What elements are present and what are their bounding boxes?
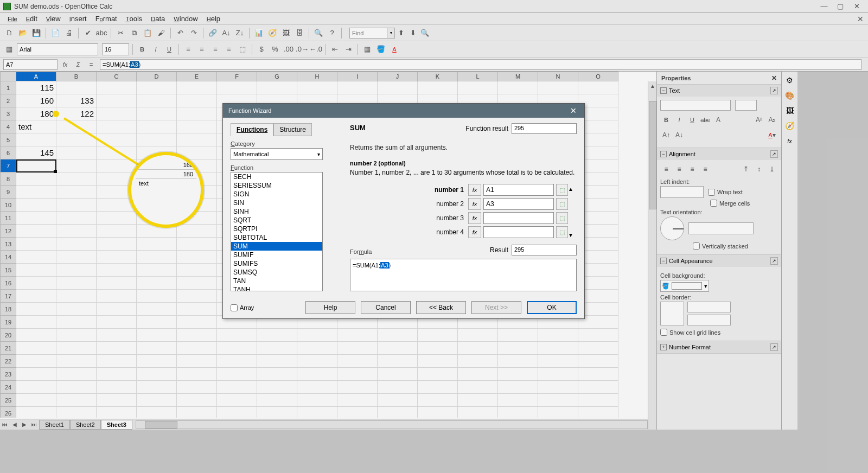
- cell-I20[interactable]: [337, 329, 378, 342]
- wrap-text-checkbox[interactable]: Wrap text: [708, 189, 743, 196]
- cell-N24[interactable]: [538, 381, 578, 394]
- left-indent-input[interactable]: [660, 186, 704, 198]
- cell-B16[interactable]: [56, 277, 97, 290]
- borders-icon[interactable]: ▦: [361, 43, 373, 55]
- cell-H25[interactable]: [297, 394, 337, 407]
- sidebar-bold-icon[interactable]: B: [660, 114, 672, 126]
- cell-O20[interactable]: [578, 329, 618, 342]
- cell-C16[interactable]: [97, 277, 137, 290]
- cell-D16[interactable]: [137, 277, 177, 290]
- close-icon[interactable]: ✕: [848, 1, 865, 12]
- section-number-format-header[interactable]: +Number Format↗: [657, 341, 781, 353]
- cell-D13[interactable]: [137, 238, 177, 251]
- datasources-icon[interactable]: 🗄: [293, 27, 305, 39]
- scroll-up-icon[interactable]: ▲: [648, 81, 657, 90]
- cell-L1[interactable]: [458, 81, 498, 94]
- arg-input-1[interactable]: [483, 184, 554, 196]
- minimize-icon[interactable]: —: [816, 1, 832, 12]
- sidebar-vcenter-icon[interactable]: ↕: [753, 163, 765, 175]
- border-style-dropdown[interactable]: [687, 302, 731, 312]
- cell-C2[interactable]: [97, 94, 137, 107]
- cell-C19[interactable]: [97, 316, 137, 329]
- copy-icon[interactable]: ⧉: [128, 27, 140, 39]
- function-item-sqrt[interactable]: SQRT: [231, 216, 322, 225]
- cell-C11[interactable]: [97, 212, 137, 225]
- cell-D3[interactable]: [137, 107, 177, 120]
- cell-D23[interactable]: [137, 368, 177, 381]
- cell-D22[interactable]: [137, 355, 177, 368]
- vertically-stacked-checkbox[interactable]: Vertically stacked: [693, 242, 778, 250]
- cell-K24[interactable]: [418, 381, 458, 394]
- section-alignment-header[interactable]: −Alignment↗: [657, 148, 781, 160]
- gallery-icon[interactable]: 🖼: [280, 27, 292, 39]
- sidebar-center-icon[interactable]: ≡: [673, 163, 685, 175]
- cell-G24[interactable]: [257, 381, 297, 394]
- row-header-7[interactable]: 7: [0, 159, 16, 172]
- column-header-M[interactable]: M: [498, 72, 538, 81]
- cell-G21[interactable]: [257, 342, 297, 355]
- cell-E19[interactable]: [177, 316, 217, 329]
- column-header-E[interactable]: E: [177, 72, 217, 81]
- row-header-25[interactable]: 25: [0, 394, 16, 407]
- cell-D2[interactable]: [137, 94, 177, 107]
- cell-A18[interactable]: [16, 303, 56, 316]
- align-center-icon[interactable]: ≡: [196, 43, 208, 55]
- cell-M20[interactable]: [498, 329, 538, 342]
- cell-C22[interactable]: [97, 355, 137, 368]
- cancel-button[interactable]: Cancel: [361, 301, 411, 314]
- menu-tools[interactable]: Tools: [122, 15, 147, 23]
- panel-close-icon[interactable]: ✕: [771, 74, 777, 82]
- help-button[interactable]: Help: [305, 301, 355, 314]
- cell-H20[interactable]: [297, 329, 337, 342]
- row-header-8[interactable]: 8: [0, 172, 16, 186]
- function-item-sin[interactable]: SIN: [231, 199, 322, 207]
- function-item-sumif[interactable]: SUMIF: [231, 251, 322, 259]
- cell-A22[interactable]: [16, 355, 56, 368]
- cell-H26[interactable]: [297, 407, 337, 418]
- row-header-2[interactable]: 2: [0, 94, 16, 107]
- cell-F25[interactable]: [217, 394, 257, 407]
- cell-B19[interactable]: [56, 316, 97, 329]
- sidebar-shadow-icon[interactable]: A: [712, 114, 724, 126]
- cell-I22[interactable]: [337, 355, 378, 368]
- row-header-22[interactable]: 22: [0, 355, 16, 368]
- cell-L21[interactable]: [458, 342, 498, 355]
- cell-K26[interactable]: [418, 407, 458, 418]
- standard-icon[interactable]: .00: [283, 43, 295, 55]
- print-icon[interactable]: 🖨: [63, 27, 75, 39]
- arg-fx-button-3[interactable]: fx: [468, 212, 481, 224]
- redo-icon[interactable]: ↷: [188, 27, 200, 39]
- cell-M25[interactable]: [498, 394, 538, 407]
- cell-B21[interactable]: [56, 342, 97, 355]
- more-icon[interactable]: ↗: [770, 87, 778, 94]
- increase-indent-icon[interactable]: ⇥: [342, 43, 354, 55]
- new-icon[interactable]: 🗋: [3, 27, 15, 39]
- row-header-9[interactable]: 9: [0, 186, 16, 199]
- column-header-H[interactable]: H: [297, 72, 337, 81]
- menu-format[interactable]: Format: [91, 15, 122, 23]
- cell-N23[interactable]: [538, 368, 578, 381]
- cell-E18[interactable]: [177, 303, 217, 316]
- cell-C18[interactable]: [97, 303, 137, 316]
- cell-E17[interactable]: [177, 290, 217, 303]
- category-dropdown[interactable]: Mathematical: [231, 148, 323, 160]
- row-header-4[interactable]: 4: [0, 120, 16, 133]
- cell-A8[interactable]: [16, 172, 56, 186]
- cell-B7[interactable]: [56, 159, 97, 172]
- cell-C13[interactable]: [97, 238, 137, 251]
- cell-D20[interactable]: [137, 329, 177, 342]
- cell-E3[interactable]: [177, 107, 217, 120]
- row-header-12[interactable]: 12: [0, 225, 16, 238]
- cell-C24[interactable]: [97, 381, 137, 394]
- arg-fx-button-2[interactable]: fx: [468, 198, 481, 210]
- row-header-11[interactable]: 11: [0, 212, 16, 225]
- function-item-tanh[interactable]: TANH: [231, 285, 322, 291]
- cell-H22[interactable]: [297, 355, 337, 368]
- cell-C17[interactable]: [97, 290, 137, 303]
- font-name-input[interactable]: Arial: [17, 43, 98, 55]
- cell-H23[interactable]: [297, 368, 337, 381]
- cell-E26[interactable]: [177, 407, 217, 418]
- sidebar-top-icon[interactable]: ⤒: [740, 163, 752, 175]
- cell-A7[interactable]: [16, 159, 56, 172]
- sidebar-fontcolor-icon[interactable]: A ▾: [766, 129, 778, 141]
